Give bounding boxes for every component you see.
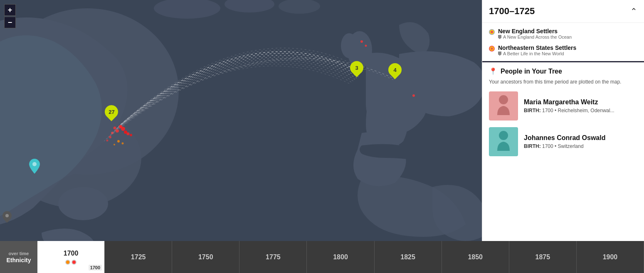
period-header: 1700–1725 ⌃ [482,0,644,23]
person-2-name: Johannes Conrad Oswald [524,134,637,142]
svg-point-10 [360,40,363,43]
pin-27-label: 27 [109,109,114,115]
year-1775-label: 1775 [266,253,281,261]
timeline-cell-1700[interactable]: 1700 1700 [37,241,105,273]
ethnicity-text: Ethnicity [6,257,31,263]
person-2-avatar [489,127,518,156]
svg-point-14 [121,127,125,131]
person-1-avatar [489,91,518,121]
migration-route-2[interactable]: Northeastern States Settlers A Better Li… [489,44,637,56]
map-pin-4[interactable]: 4 [387,61,402,79]
person-1-birth: BIRTH: 1700 • Reichelsheim, Odenwal... [524,108,637,113]
svg-point-19 [127,133,130,135]
person-1-name: Maria Margaretha Weitz [524,98,637,106]
people-header: 📍 People in Your Tree [489,67,637,75]
timeline-cell-1875[interactable]: 1875 [509,241,577,273]
svg-point-18 [111,132,114,134]
route-1-name: New England Settlers [498,28,637,34]
svg-point-27 [5,214,9,217]
location-icon: 📍 [489,67,497,75]
year-1725-label: 1725 [131,253,146,261]
pin-4-label: 4 [393,67,396,73]
people-section: 📍 People in Your Tree Your ancestors fro… [482,62,644,241]
dot-red [72,260,76,265]
migration-route-1[interactable]: New England Settlers A New England Acros… [489,28,637,39]
svg-point-23 [117,140,120,143]
route-2-subtitle: A Better Life in the New World [498,51,637,56]
map-pin-27[interactable]: 27 [104,103,119,121]
map-pin-location[interactable] [2,211,12,224]
svg-point-12 [412,94,415,97]
svg-point-28 [499,95,508,104]
route-2-radio [489,46,495,52]
year-1700-indicator [65,260,76,265]
svg-point-25 [114,144,115,145]
timeline: over time Ethnicity 1700 1700 1725 1750 … [0,241,644,273]
year-1700-label: 1700 [64,250,79,257]
female-silhouette [493,94,514,117]
timeline-cell-1900[interactable]: 1900 [577,241,644,273]
timeline-cell-1775[interactable]: 1775 [239,241,307,273]
svg-point-20 [109,136,111,138]
timeline-label: over time Ethnicity [0,241,37,273]
collapse-button[interactable]: ⌃ [630,6,637,16]
route-1-info: New England Settlers A New England Acros… [498,28,637,39]
route-1-icon [498,35,501,39]
timeline-cell-1850[interactable]: 1850 [442,241,509,273]
over-time-text: over time [9,251,29,256]
person-1-info: Maria Margaretha Weitz BIRTH: 1700 • Rei… [524,98,637,113]
map-container[interactable]: + − 27 3 4 1700–1725 [0,0,644,241]
route-1-subtitle: A New England Across the Ocean [498,34,637,39]
timeline-cell-1750[interactable]: 1750 [172,241,239,273]
male-silhouette [493,130,514,153]
dot-orange [65,260,70,265]
map-pin-teal[interactable] [29,159,40,175]
timeline-cell-1725[interactable]: 1725 [105,241,172,273]
person-card-2[interactable]: Johannes Conrad Oswald BIRTH: 1700 • Swi… [489,127,637,156]
route-2-icon [498,52,501,56]
svg-point-15 [116,129,119,133]
person-2-birth: BIRTH: 1700 • Switzerland [524,143,637,149]
person-card-1[interactable]: Maria Margaretha Weitz BIRTH: 1700 • Rei… [489,91,637,121]
timeline-cell-1800[interactable]: 1800 [307,241,374,273]
map-pin-3[interactable]: 3 [349,59,364,76]
people-title: People in Your Tree [501,68,562,75]
people-description: Your ancestors from this time period are… [489,79,637,86]
route-1-radio [489,29,495,35]
svg-point-24 [122,143,124,145]
zoom-out-button[interactable]: − [4,17,16,28]
migration-routes: New England Settlers A New England Acros… [482,23,644,62]
year-1825-label: 1825 [400,253,415,261]
year-1850-label: 1850 [468,253,483,261]
year-1900-label: 1900 [603,253,618,261]
route-2-name: Northeastern States Settlers [498,44,637,51]
route-2-info: Northeastern States Settlers A Better Li… [498,44,637,56]
map-controls: + − [4,4,16,28]
year-box: 1700 [89,265,102,271]
zoom-in-button[interactable]: + [4,4,16,16]
svg-point-29 [499,131,508,140]
svg-point-11 [365,45,367,47]
svg-point-9 [341,33,358,58]
year-1875-label: 1875 [535,253,550,261]
svg-point-4 [58,187,108,220]
svg-point-22 [106,140,109,142]
timeline-cell-1825[interactable]: 1825 [375,241,442,273]
pin-3-label: 3 [355,65,358,71]
right-panel: 1700–1725 ⌃ New England Settlers A New E… [482,0,644,241]
year-1800-label: 1800 [333,253,348,261]
svg-point-21 [130,134,132,136]
period-title: 1700–1725 [489,6,535,17]
svg-point-16 [114,127,116,130]
year-1750-label: 1750 [198,253,213,261]
person-2-info: Johannes Conrad Oswald BIRTH: 1700 • Swi… [524,134,637,149]
svg-point-26 [32,162,37,166]
